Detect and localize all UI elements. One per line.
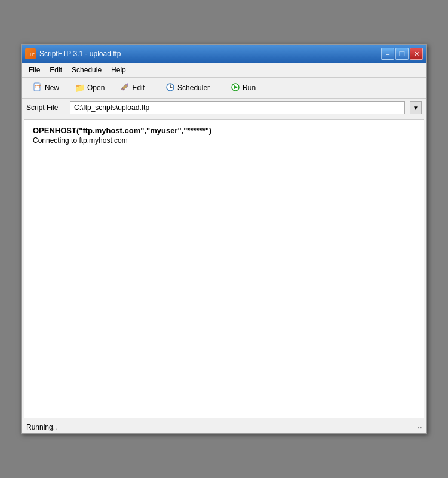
toolbar-separator-2 xyxy=(220,81,220,94)
status-text: Running.. xyxy=(26,423,57,431)
script-file-label: Script File xyxy=(26,103,65,112)
run-icon xyxy=(231,82,240,93)
scheduler-button[interactable]: Scheduler xyxy=(159,80,216,96)
new-icon: FTP xyxy=(33,82,42,93)
toolbar-separator xyxy=(155,81,155,94)
menu-schedule[interactable]: Schedule xyxy=(67,64,106,76)
app-icon: FTP xyxy=(25,48,36,59)
folder-icon: 📁 xyxy=(75,84,85,92)
menu-edit[interactable]: Edit xyxy=(45,64,67,76)
command-line: OPENHOST("ftp.myhost.com","myuser","****… xyxy=(33,126,415,135)
run-button[interactable]: Run xyxy=(224,80,262,96)
status-indicator: ▪▪ xyxy=(418,424,422,431)
content-area: OPENHOST("ftp.myhost.com","myuser","****… xyxy=(24,120,424,418)
edit-button[interactable]: Edit xyxy=(113,80,151,96)
script-file-bar: Script File C:\ftp_scripts\upload.ftp ▼ xyxy=(22,99,426,117)
svg-marker-4 xyxy=(121,84,128,90)
edit-icon xyxy=(120,82,130,93)
menu-file[interactable]: File xyxy=(24,64,45,76)
script-file-dropdown[interactable]: ▼ xyxy=(410,101,422,114)
toolbar: FTP New 📁 Open Edit xyxy=(22,78,426,99)
main-window: FTP ScriptFTP 3.1 - upload.ftp – ❐ ✕ Fil… xyxy=(21,44,427,434)
title-bar-left: FTP ScriptFTP 3.1 - upload.ftp xyxy=(25,48,121,59)
status-bar: Running.. ▪▪ xyxy=(22,421,426,433)
title-bar: FTP ScriptFTP 3.1 - upload.ftp – ❐ ✕ xyxy=(22,45,426,63)
script-file-path: C:\ftp_scripts\upload.ftp xyxy=(70,101,405,114)
menu-help[interactable]: Help xyxy=(106,64,131,76)
scheduler-icon xyxy=(165,82,175,93)
minimize-button[interactable]: – xyxy=(381,48,394,60)
window-title: ScriptFTP 3.1 - upload.ftp xyxy=(39,50,121,58)
restore-button[interactable]: ❐ xyxy=(395,48,409,60)
close-button[interactable]: ✕ xyxy=(410,48,423,60)
title-bar-controls: – ❐ ✕ xyxy=(381,48,423,60)
new-button[interactable]: FTP New xyxy=(26,80,66,96)
menu-bar: File Edit Schedule Help xyxy=(22,63,426,78)
svg-text:FTP: FTP xyxy=(35,85,41,88)
status-line: Connecting to ftp.myhost.com xyxy=(33,136,415,145)
open-button[interactable]: 📁 Open xyxy=(68,81,111,94)
